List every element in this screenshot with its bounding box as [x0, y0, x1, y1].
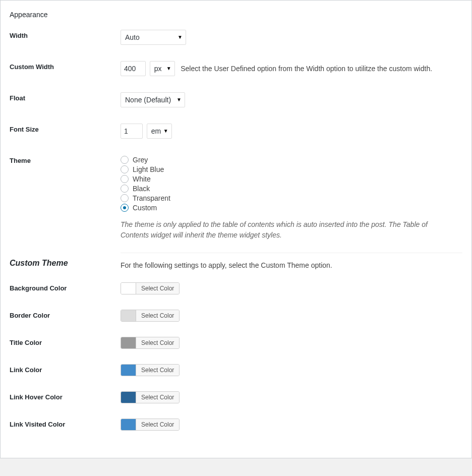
custom-width-row: Custom Width px ▼ Select the User Define…	[10, 61, 462, 76]
chevron-down-icon: ▼	[163, 124, 168, 138]
font-size-unit-select[interactable]: em ▼	[147, 124, 172, 139]
theme-note: The theme is only applied to the table o…	[121, 219, 453, 241]
theme-label: Theme	[10, 155, 121, 164]
color-row: Border ColorSelect Color	[10, 310, 462, 323]
theme-radio-label: White	[133, 175, 151, 183]
font-size-label: Font Size	[10, 124, 121, 133]
color-row: Link Hover ColorSelect Color	[10, 391, 462, 404]
custom-width-help: Select the User Defined option from the …	[181, 65, 432, 73]
color-picker-button[interactable]: Select Color	[121, 419, 180, 431]
color-label: Border Color	[10, 310, 121, 319]
custom-theme-header-row: Custom Theme For the following settings …	[10, 253, 462, 269]
theme-radio-option[interactable]: Light Blue	[121, 164, 462, 174]
select-color-label: Select Color	[136, 310, 179, 321]
color-row: Title ColorSelect Color	[10, 337, 462, 350]
color-label: Background Color	[10, 282, 121, 292]
color-picker-button[interactable]: Select Color	[121, 310, 180, 322]
color-picker-button[interactable]: Select Color	[121, 364, 180, 376]
color-swatch	[121, 337, 136, 348]
color-label: Link Hover Color	[10, 391, 121, 401]
theme-radio-label: Black	[133, 185, 150, 193]
theme-radio-group: GreyLight BlueWhiteBlackTransparentCusto…	[121, 155, 462, 212]
radio-icon	[121, 185, 129, 193]
custom-width-label: Custom Width	[10, 61, 121, 71]
select-color-label: Select Color	[136, 392, 179, 403]
select-color-label: Select Color	[136, 283, 179, 294]
select-color-label: Select Color	[136, 419, 179, 430]
select-color-label: Select Color	[136, 365, 179, 376]
theme-row: Theme GreyLight BlueWhiteBlackTransparen…	[10, 155, 462, 241]
float-select[interactable]: None (Default) ▼	[121, 92, 185, 107]
radio-icon	[121, 156, 129, 164]
color-row: Background ColorSelect Color	[10, 282, 462, 295]
theme-radio-label: Custom	[133, 204, 157, 212]
theme-radio-label: Grey	[133, 156, 148, 164]
float-row: Float None (Default) ▼	[10, 92, 462, 107]
theme-radio-label: Light Blue	[133, 165, 164, 173]
font-size-row: Font Size em ▼	[10, 124, 462, 139]
chevron-down-icon: ▼	[166, 62, 171, 76]
color-label: Link Visited Color	[10, 419, 121, 428]
color-row: Link ColorSelect Color	[10, 364, 462, 377]
appearance-panel: Appearance Width Auto ▼ Custom Width px …	[0, 0, 472, 458]
select-color-label: Select Color	[136, 337, 179, 348]
chevron-down-icon: ▼	[176, 93, 182, 107]
color-swatch	[121, 283, 136, 294]
color-picker-button[interactable]: Select Color	[121, 282, 180, 294]
color-row: Link Visited ColorSelect Color	[10, 419, 462, 432]
color-picker-button[interactable]: Select Color	[121, 391, 180, 403]
color-swatch	[121, 419, 136, 430]
theme-radio-option[interactable]: Black	[121, 184, 462, 193]
custom-theme-note: For the following settings to apply, sel…	[121, 261, 462, 269]
color-swatch	[121, 310, 136, 321]
width-label: Width	[10, 30, 121, 39]
theme-radio-option[interactable]: Custom	[121, 203, 462, 212]
section-title: Appearance	[10, 11, 462, 19]
theme-radio-option[interactable]: Grey	[121, 155, 462, 164]
color-swatch	[121, 392, 136, 403]
color-picker-button[interactable]: Select Color	[121, 337, 180, 349]
divider	[121, 253, 462, 253]
radio-icon	[121, 175, 129, 183]
color-swatch	[121, 365, 136, 376]
custom-width-input[interactable]	[121, 61, 146, 76]
float-label: Float	[10, 92, 121, 102]
theme-radio-option[interactable]: Transparent	[121, 193, 462, 203]
chevron-down-icon: ▼	[178, 30, 183, 44]
width-row: Width Auto ▼	[10, 30, 462, 45]
theme-radio-option[interactable]: White	[121, 174, 462, 184]
color-label: Link Color	[10, 364, 121, 374]
custom-theme-title: Custom Theme	[10, 259, 121, 268]
color-label: Title Color	[10, 337, 121, 346]
font-size-input[interactable]	[121, 124, 143, 139]
radio-icon	[121, 194, 129, 202]
width-select[interactable]: Auto ▼	[121, 30, 186, 45]
custom-width-unit-select[interactable]: px ▼	[150, 61, 175, 76]
radio-icon	[121, 204, 129, 212]
radio-icon	[121, 165, 129, 173]
theme-radio-label: Transparent	[133, 194, 170, 202]
